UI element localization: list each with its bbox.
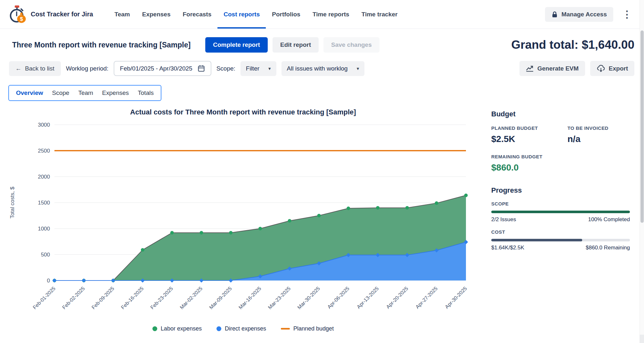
calendar-icon [198,65,205,72]
planned-budget-label: PLANNED BUDGET [491,125,567,131]
tab-expenses[interactable]: Expenses [98,87,133,99]
scope-progress-fill [491,211,630,213]
cost-progress-fill [491,239,582,241]
cost-progress-caption: $1.64K/$2.5K $860.0 Remaining [491,245,630,251]
labor-marker [346,206,350,210]
tab-team[interactable]: Team [74,87,97,99]
export-label: Export [609,65,628,72]
x-tick-label: Apr-13-2025 [356,286,380,310]
legend-budget-label: Planned budget [293,325,334,332]
y-tick-label: 2500 [38,148,50,154]
labor-marker [170,231,174,234]
scope-progress-section: SCOPE 2/2 Issues 100% Completed [491,201,630,223]
planned-budget-block: PLANNED BUDGET $2.5K [491,125,567,144]
to-be-invoiced-label: TO BE INVOICED [567,125,630,131]
x-tick-label: Apr-20-2025 [385,286,409,310]
labor-marker [317,214,321,217]
budget-line-icon [281,328,290,330]
remaining-budget-label: REMAINING BUDGET [491,154,630,159]
chevron-down-icon: ▾ [268,66,271,71]
y-tick-label: 1500 [38,200,50,206]
labor-marker [229,231,232,234]
legend-direct-expenses[interactable]: Direct expenses [216,325,266,332]
report-title-row: Three Month report with revenue tracking… [0,29,644,53]
issues-scope-value: All issues with worklog [287,65,348,72]
labor-marker [288,219,291,222]
cost-spent-value: $1.64K/$2.5K [491,245,524,251]
labor-marker [376,206,379,210]
direct-marker [52,278,56,282]
worklog-period-input[interactable]: Feb/01/2025 - Apr/30/2025 [114,61,211,76]
x-tick-label: Mar-02-2025 [179,286,203,310]
toolbar-right-actions: Generate EVM Export [519,61,634,76]
svg-text:$: $ [20,16,23,22]
nav-item-cost-reports[interactable]: Cost reports [217,0,266,29]
save-changes-button: Save changes [323,37,379,53]
tab-overview[interactable]: Overview [12,87,48,99]
chart-title: Actual costs for Three Month report with… [6,108,480,116]
to-be-invoiced-block: TO BE INVOICED n/a [567,125,630,144]
x-tick-label: Feb-09-2025 [91,286,115,310]
back-to-list-button[interactable]: ← Back to list [9,61,61,76]
x-tick-label: Mar-16-2025 [238,286,262,310]
cost-progress-label: COST [491,229,630,235]
legend-direct-label: Direct expenses [225,325,266,332]
tab-totals[interactable]: Totals [133,87,158,99]
y-tick-label: 500 [41,252,50,258]
scope-completed-pct: 100% Completed [588,216,630,223]
generate-evm-button[interactable]: Generate EVM [519,61,585,76]
cost-progress-section: COST $1.64K/$2.5K $860.0 Remaining [491,229,630,251]
app-title: Cost Tracker for Jira [31,11,93,18]
scope-filter-value: Filter [246,65,259,72]
labor-marker [464,194,468,197]
worklog-period-label: Worklog period: [66,65,109,72]
grand-total: Grand total: $1,640.00 [511,38,634,52]
x-tick-label: Mar-09-2025 [208,286,233,310]
scope-progress-caption: 2/2 Issues 100% Completed [491,216,630,223]
x-tick-label: Feb-01-2025 [32,286,56,310]
chart-panel: Actual costs for Three Month report with… [6,105,480,332]
nav-item-team[interactable]: Team [109,0,136,29]
legend-labor-label: Labor expenses [161,325,202,332]
main-nav: Team Expenses Forecasts Cost reports Por… [109,0,404,29]
scrollbar-thumb[interactable] [640,30,644,223]
tab-scope[interactable]: Scope [48,87,74,99]
y-tick-label: 2000 [38,174,50,180]
y-tick-label: 0 [47,278,50,284]
labor-marker [435,201,438,205]
budget-grid: PLANNED BUDGET $2.5K TO BE INVOICED n/a … [491,125,630,173]
complete-report-button[interactable]: Complete report [205,37,268,53]
nav-item-time-tracker[interactable]: Time tracker [355,0,404,29]
labor-marker [141,248,144,252]
edit-report-button[interactable]: Edit report [273,37,319,53]
x-tick-label: Feb-02-2025 [61,286,86,310]
issues-scope-select[interactable]: All issues with worklog ▾ [281,61,365,76]
remaining-budget-block: REMAINING BUDGET $860.0 [491,154,630,173]
vertical-scrollbar[interactable] [640,0,644,343]
export-cloud-icon [597,65,605,72]
nav-item-forecasts[interactable]: Forecasts [177,0,218,29]
y-tick-label: 1000 [38,226,50,232]
chart-legend: Labor expenses Direct expenses Planned b… [6,325,480,332]
app-header: $ Cost Tracker for Jira Team Expenses Fo… [0,0,644,29]
legend-planned-budget[interactable]: Planned budget [281,325,334,332]
progress-heading: Progress [491,186,630,195]
cost-progress-track [491,239,630,241]
budget-sidebar: Budget PLANNED BUDGET $2.5K TO BE INVOIC… [480,105,644,332]
more-menu-button[interactable]: ⋮ [618,8,636,21]
nav-item-expenses[interactable]: Expenses [136,0,177,29]
x-tick-label: Apr-30-2025 [444,286,468,310]
actual-costs-chart: 050010001500200025003000Total costs, $Fe… [6,116,474,324]
planned-budget-value: $2.5K [491,134,567,144]
manage-access-button[interactable]: Manage Access [545,7,613,22]
export-button[interactable]: Export [590,61,634,76]
remaining-budget-value: $860.0 [491,163,630,173]
legend-labor-expenses[interactable]: Labor expenses [152,325,202,332]
nav-item-time-reports[interactable]: Time reports [306,0,355,29]
labor-marker [200,231,203,234]
scope-filter-select[interactable]: Filter ▾ [240,61,276,76]
app-root: $ Cost Tracker for Jira Team Expenses Fo… [0,0,644,343]
header-actions: Manage Access ⋮ [545,7,636,22]
nav-item-portfolios[interactable]: Portfolios [266,0,306,29]
labor-marker [258,227,262,230]
